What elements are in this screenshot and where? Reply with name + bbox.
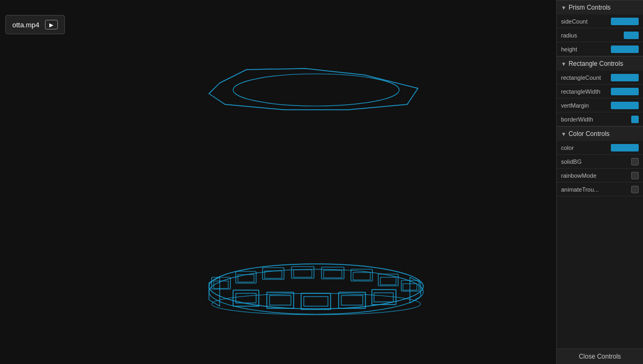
svg-point-1 [233,74,399,106]
prism-arrow-icon: ▼ [561,5,566,11]
animatethrou-row: animateTrou... [557,183,643,196]
radius-slider[interactable] [624,32,639,39]
rectangle-controls-label: Rectangle Controls [569,60,623,67]
svg-rect-29 [374,293,393,302]
height-row: height [557,42,643,56]
svg-rect-10 [291,267,314,278]
svg-rect-15 [353,272,370,280]
svg-rect-25 [304,297,328,306]
color-row: color [557,141,643,155]
svg-rect-9 [265,271,282,278]
svg-rect-16 [378,274,398,286]
svg-rect-17 [380,277,396,285]
prism-controls-header[interactable]: ▼ Prism Controls [557,0,643,14]
svg-rect-8 [263,268,284,279]
rainbowmode-checkbox[interactable] [631,172,639,179]
color-controls-header[interactable]: ▼ Color Controls [557,126,643,141]
rectangle-controls-header[interactable]: ▼ Rectangle Controls [557,56,643,71]
animatethrou-checkbox[interactable] [631,186,639,193]
sidecount-slider[interactable] [611,18,639,25]
rectanglewidth-row: rectangleWidth [557,85,643,98]
rainbowmode-row: rainbowMode [557,169,643,183]
svg-rect-23 [270,295,291,305]
svg-rect-6 [236,271,256,283]
svg-rect-13 [324,270,342,278]
svg-rect-12 [322,267,344,279]
svg-rect-5 [214,281,228,289]
height-slider[interactable] [611,46,639,53]
height-label: height [561,46,611,52]
scene-svg [0,0,556,364]
solidbg-checkbox[interactable] [631,158,639,165]
svg-rect-26 [339,292,365,308]
close-controls-label: Close Controls [579,353,621,360]
rectangle-arrow-icon: ▼ [561,61,566,67]
rainbowmode-label: rainbowMode [561,172,631,179]
prism-bottom-ring [209,264,423,315]
color-slider[interactable] [611,144,639,151]
right-panel: ▼ Prism Controls sideCount radius height… [556,0,643,364]
radius-label: radius [561,32,624,39]
svg-rect-24 [301,293,331,309]
color-label: color [561,145,611,151]
canvas-area: otta.mp4 [0,0,556,364]
borderwidth-slider[interactable] [631,116,639,123]
prism-controls-label: Prism Controls [569,4,611,11]
vertmargin-slider[interactable] [611,102,639,109]
sidecount-label: sideCount [561,18,611,25]
solidbg-label: solidBG [561,158,631,165]
vertmargin-row: vertMargin [557,98,643,112]
prism-top [209,69,418,110]
borderwidth-row: borderWidth [557,112,643,126]
color-arrow-icon: ▼ [561,131,566,137]
svg-point-3 [209,269,423,314]
rectanglewidth-slider[interactable] [611,88,639,95]
svg-rect-27 [341,295,363,305]
svg-marker-30 [209,277,220,306]
vertmargin-label: vertMargin [561,102,611,109]
svg-marker-0 [209,69,418,110]
rectanglecount-slider[interactable] [611,74,639,81]
color-controls-label: Color Controls [569,130,610,138]
sidecount-row: sideCount [557,14,643,28]
svg-rect-21 [236,293,256,303]
radius-row: radius [557,28,643,42]
rectanglewidth-label: rectangleWidth [561,88,611,95]
svg-rect-22 [267,292,294,308]
rectanglecount-row: rectangleCount [557,71,643,85]
borderwidth-label: borderWidth [561,116,631,123]
animatethrou-label: animateTrou... [561,186,631,193]
close-controls-button[interactable]: Close Controls [557,348,643,364]
rectanglecount-label: rectangleCount [561,74,611,81]
solidbg-row: solidBG [557,155,643,169]
svg-rect-11 [294,270,312,277]
